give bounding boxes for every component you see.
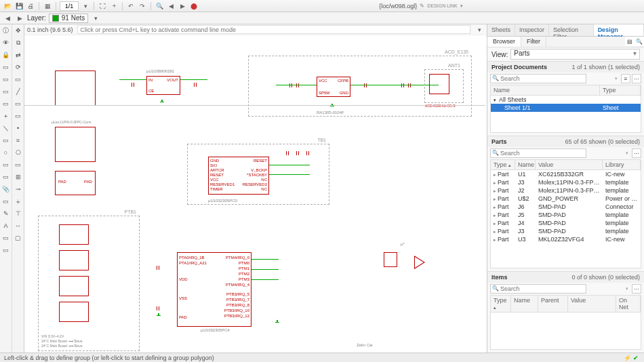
table-row[interactable]: ▸ PartJ4SMD-PADtemplate bbox=[491, 219, 641, 227]
table-row[interactable]: ▸ PartJ3Molex;11PIN-0.3-FPC-Conntemplate bbox=[491, 178, 641, 186]
zoom-fit-icon[interactable]: ⛶ bbox=[98, 1, 107, 11]
more-icon[interactable]: ⋯ bbox=[632, 74, 641, 83]
nav-right-icon[interactable]: ▶ bbox=[178, 1, 187, 11]
panel-menu-icon[interactable]: ▤ bbox=[625, 37, 635, 46]
chevron-left-icon[interactable]: ◀ bbox=[3, 14, 12, 23]
placeholder-icon[interactable]: ▭ bbox=[1, 135, 12, 146]
panel-search-icon[interactable]: 🔍 bbox=[635, 37, 644, 46]
placeholder-icon[interactable]: ▭ bbox=[13, 159, 24, 170]
tree-item[interactable]: Sheet 1/1 Sheet bbox=[491, 104, 641, 112]
col-parent[interactable]: Parent bbox=[538, 296, 568, 312]
tab-sheets[interactable]: Sheets bbox=[487, 24, 515, 36]
parts-table[interactable]: Type ▴ Name Value Library ▸ PartU1XC6215… bbox=[490, 159, 641, 268]
pin-icon[interactable]: ⊸ bbox=[13, 184, 24, 195]
vcc-icon[interactable]: ⊤ bbox=[13, 208, 24, 219]
eye-icon[interactable]: 👁 bbox=[1, 37, 12, 48]
save-icon[interactable]: 💾 bbox=[14, 1, 24, 11]
print-icon[interactable]: 🖨 bbox=[26, 1, 35, 11]
col-type[interactable]: Type ▴ bbox=[491, 296, 511, 312]
chevron-down-icon[interactable]: ▾ bbox=[626, 286, 628, 291]
placeholder-icon[interactable]: ▭ bbox=[13, 110, 24, 121]
subtab-browser[interactable]: Browser bbox=[487, 37, 521, 47]
open-icon[interactable]: 📂 bbox=[3, 1, 12, 11]
bus-icon[interactable]: ≡ bbox=[13, 135, 24, 146]
grid-icon[interactable]: ▦ bbox=[43, 1, 52, 11]
tree-root[interactable]: ▾All Sheets bbox=[491, 96, 641, 104]
undo-icon[interactable]: ↶ bbox=[126, 1, 136, 11]
placeholder-icon[interactable]: ▭ bbox=[1, 74, 12, 85]
attach-icon[interactable]: 📎 bbox=[1, 184, 12, 195]
redo-icon[interactable]: ↷ bbox=[138, 1, 147, 11]
table-row[interactable]: ▸ PartJ2Molex;11PIN-0.3-FPC-Conntemplate bbox=[491, 186, 641, 195]
rotate-icon[interactable]: ⟳ bbox=[13, 62, 24, 73]
sheet-icon[interactable]: ▢ bbox=[13, 233, 24, 243]
chevron-down-icon[interactable]: ▾ bbox=[626, 150, 628, 156]
lock-icon[interactable]: 🔒 bbox=[1, 49, 12, 60]
list-view-icon[interactable]: ≡ bbox=[621, 74, 630, 83]
items-search-input[interactable] bbox=[490, 284, 586, 294]
part-icon[interactable]: ⊞ bbox=[13, 172, 24, 182]
col-name[interactable]: Name bbox=[511, 296, 538, 312]
zoom-in-icon[interactable]: ＋ bbox=[109, 1, 119, 11]
dimension-icon[interactable]: ↔ bbox=[13, 220, 24, 231]
col-value[interactable]: Value bbox=[536, 160, 603, 169]
zoom-tool-icon[interactable]: 🔍 bbox=[155, 1, 164, 11]
chevron-right-icon[interactable]: ▶ bbox=[15, 14, 24, 23]
col-value[interactable]: Value bbox=[568, 296, 616, 312]
move-icon[interactable]: ✥ bbox=[13, 25, 24, 36]
stop-icon[interactable]: ⬤ bbox=[189, 1, 199, 11]
docs-search-input[interactable] bbox=[490, 74, 586, 83]
placeholder-icon[interactable]: ▭ bbox=[1, 159, 12, 170]
placeholder-icon[interactable]: ▭ bbox=[1, 233, 12, 243]
placeholder-icon[interactable]: ▭ bbox=[1, 245, 12, 256]
add-icon[interactable]: ＋ bbox=[1, 110, 12, 121]
pen-icon[interactable]: ✎ bbox=[1, 208, 12, 219]
schematic-viewport[interactable]: ACD_E135 VCC CFPB SP5M GND RA1305-0104F bbox=[24, 35, 487, 353]
circle-icon[interactable]: ○ bbox=[1, 147, 12, 158]
table-row[interactable]: ▸ PartU3MKL02Z32VFG4IC-new bbox=[491, 235, 641, 243]
table-row[interactable]: ▸ PartJ3SMD-PADtemplate bbox=[491, 227, 641, 235]
col-library[interactable]: Library bbox=[603, 160, 641, 169]
table-row[interactable]: ▸ PartU1XC6215B332GRIC-new bbox=[491, 170, 641, 178]
placeholder-icon[interactable]: ▭ bbox=[1, 62, 12, 73]
table-row[interactable]: ▸ PartJ6SMD-PADConnector bbox=[491, 203, 641, 211]
cmd-dropdown-icon[interactable]: ▾ bbox=[475, 25, 484, 35]
text-icon[interactable]: A bbox=[1, 220, 12, 231]
tab-design-manager[interactable]: Design Manager bbox=[594, 24, 644, 36]
tab-inspector[interactable]: Inspector bbox=[515, 24, 549, 36]
layer-select[interactable]: 91 Nets bbox=[49, 14, 88, 23]
col-name[interactable]: Name bbox=[491, 85, 600, 95]
subtab-filter[interactable]: Filter bbox=[521, 37, 546, 47]
parts-search-input[interactable] bbox=[490, 148, 586, 158]
gnd-icon[interactable]: ⏚ bbox=[13, 196, 24, 207]
junction-icon[interactable]: • bbox=[13, 123, 24, 134]
net-icon[interactable]: ╱ bbox=[13, 86, 24, 97]
items-table[interactable]: Type ▴ Name Parent Value On Net bbox=[490, 295, 641, 350]
table-row[interactable]: ▸ PartU$2GND_POWERPower or GND bbox=[491, 195, 641, 203]
placeholder-icon[interactable]: ▭ bbox=[13, 98, 24, 109]
tab-selection-filter[interactable]: Selection Filter bbox=[549, 24, 594, 36]
placeholder-icon[interactable]: ▭ bbox=[1, 172, 12, 182]
line-icon[interactable]: ＼ bbox=[1, 123, 12, 134]
copy-icon[interactable]: ⧉ bbox=[13, 37, 24, 48]
col-type[interactable]: Type bbox=[600, 85, 641, 95]
layer-dropdown-icon[interactable]: ▾ bbox=[91, 14, 100, 23]
table-row[interactable]: ▸ PartJ5SMD-PADtemplate bbox=[491, 211, 641, 219]
col-onnet[interactable]: On Net bbox=[616, 296, 641, 312]
schematic-canvas[interactable]: 0.1 inch (9.6 5.6) ▾ ACD_E135 VCC CFPB S… bbox=[24, 24, 487, 353]
more-icon[interactable]: ⋯ bbox=[632, 284, 641, 294]
info-icon[interactable]: ⓘ bbox=[1, 25, 12, 36]
page-input[interactable] bbox=[60, 1, 79, 11]
col-name[interactable]: Name bbox=[515, 160, 536, 169]
chevron-down-icon[interactable]: ▾ bbox=[615, 76, 618, 81]
docs-table[interactable]: Name Type ▾All Sheets Sheet 1/1 Sheet bbox=[490, 85, 641, 133]
col-type[interactable]: Type ▴ bbox=[491, 160, 515, 169]
check-icon[interactable]: ✔ bbox=[633, 355, 640, 361]
nav-left-icon[interactable]: ◀ bbox=[166, 1, 176, 11]
command-input[interactable] bbox=[77, 25, 470, 34]
more-icon[interactable]: ⋯ bbox=[632, 148, 641, 158]
select-icon[interactable]: ▭ bbox=[13, 74, 24, 85]
placeholder-icon[interactable]: ▭ bbox=[1, 86, 12, 97]
placeholder-icon[interactable]: ▭ bbox=[1, 196, 12, 207]
sync-ok-icon[interactable]: ⚡ bbox=[624, 355, 630, 361]
